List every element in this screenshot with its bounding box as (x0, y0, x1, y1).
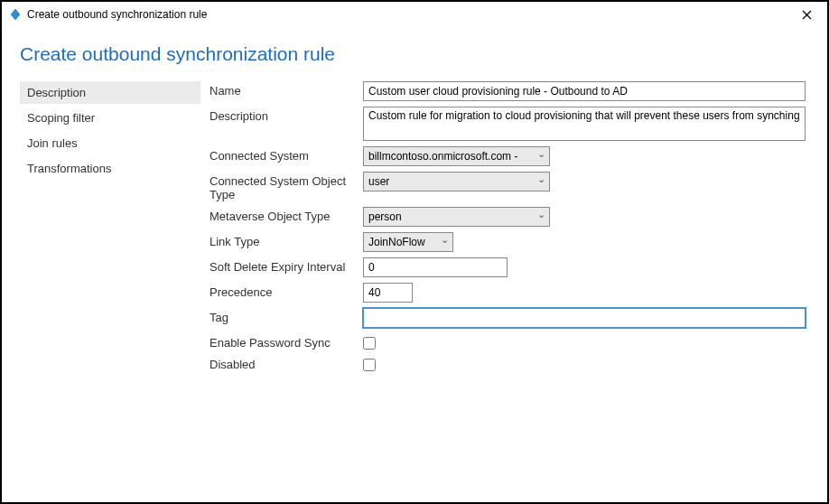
mv-object-type-select[interactable]: person (363, 207, 550, 227)
sidebar-item-join-rules[interactable]: Join rules (20, 132, 200, 154)
label-password-sync: Enable Password Sync (210, 333, 363, 350)
label-precedence: Precedence (210, 283, 363, 299)
name-input[interactable] (363, 81, 806, 101)
row-connected-system: Connected System billmcontoso.onmicrosof… (210, 146, 809, 166)
row-link-type: Link Type JoinNoFlow (210, 232, 809, 252)
row-mv-object-type: Metaverse Object Type person (210, 207, 809, 227)
label-connected-system: Connected System (210, 146, 363, 163)
content-area: Create outbound synchronization rule Des… (2, 27, 827, 377)
password-sync-checkbox[interactable] (363, 337, 376, 350)
label-tag: Tag (210, 308, 363, 324)
connected-system-select[interactable]: billmcontoso.onmicrosoft.com - (363, 146, 550, 166)
sidebar-item-label: Scoping filter (27, 111, 95, 125)
sidebar: Description Scoping filter Join rules Tr… (20, 81, 200, 377)
soft-delete-input[interactable] (363, 257, 508, 277)
label-disabled: Disabled (210, 355, 363, 371)
row-name: Name (210, 81, 809, 101)
label-description: Description (210, 107, 363, 123)
sidebar-item-transformations[interactable]: Transformations (20, 157, 200, 180)
precedence-input[interactable] (363, 283, 413, 303)
label-cs-object-type: Connected System Object Type (210, 172, 363, 201)
label-soft-delete: Soft Delete Expiry Interval (210, 257, 363, 274)
tag-input[interactable] (363, 308, 806, 328)
sidebar-item-label: Join rules (27, 136, 78, 150)
description-input[interactable]: Custom rule for migration to cloud provi… (363, 107, 806, 141)
row-password-sync: Enable Password Sync (210, 333, 809, 350)
row-cs-object-type: Connected System Object Type user (210, 172, 809, 201)
sidebar-item-label: Description (27, 86, 86, 99)
app-icon (9, 8, 22, 21)
cs-object-type-select[interactable]: user (363, 172, 550, 191)
layout: Description Scoping filter Join rules Tr… (20, 81, 809, 377)
page-title: Create outbound synchronization rule (20, 43, 809, 65)
disabled-checkbox[interactable] (363, 359, 376, 371)
row-disabled: Disabled (210, 355, 809, 371)
label-name: Name (210, 81, 363, 98)
row-soft-delete: Soft Delete Expiry Interval (210, 257, 809, 277)
sidebar-item-scoping-filter[interactable]: Scoping filter (20, 107, 200, 129)
titlebar: Create outbound synchronization rule (2, 2, 827, 27)
sidebar-item-description[interactable]: Description (20, 81, 200, 104)
window-close-button[interactable] (793, 4, 820, 25)
form-area: Name Description Custom rule for migrati… (200, 81, 809, 377)
row-tag: Tag (210, 308, 809, 328)
link-type-select[interactable]: JoinNoFlow (363, 232, 453, 252)
row-description: Description Custom rule for migration to… (210, 107, 809, 141)
row-precedence: Precedence (210, 283, 809, 303)
sidebar-item-label: Transformations (27, 162, 111, 175)
label-mv-object-type: Metaverse Object Type (210, 207, 363, 223)
window-title: Create outbound synchronization rule (27, 8, 793, 21)
label-link-type: Link Type (210, 232, 363, 248)
